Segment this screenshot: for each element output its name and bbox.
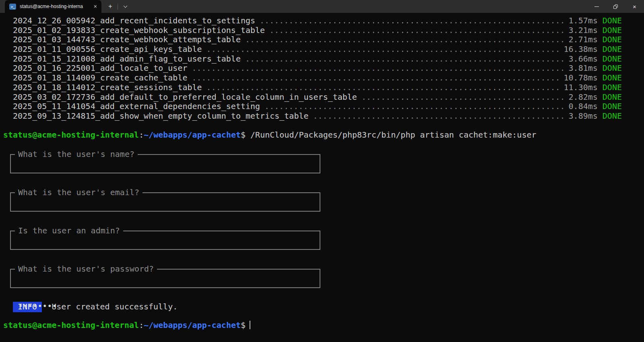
migration-row: 2025_01_18_114012_create_sessions_table.… (3, 83, 644, 93)
migration-time: 2.82ms (569, 93, 598, 102)
powershell-icon: >_ (9, 4, 16, 10)
migration-name: 2025_01_02_193833_create_webhook_subscri… (13, 26, 265, 35)
migration-time: 3.81ms (569, 64, 598, 73)
migration-time: 3.89ms (569, 111, 598, 121)
admin-question-label: Is the user an admin? (15, 226, 123, 236)
minimize-icon (594, 6, 599, 7)
window-close-button[interactable]: × (625, 0, 644, 13)
window-close-icon: × (633, 4, 636, 10)
migration-row: 2025_01_03_144743_create_webhook_attempt… (3, 35, 644, 45)
terminal-tab[interactable]: >_ status@acme-hosting-interna × (5, 0, 101, 13)
command-line: status@acme-hosting-internal:~/webapps/a… (3, 130, 644, 140)
migration-status: DONE (598, 35, 622, 45)
migration-time: 1.57ms (569, 16, 598, 26)
migration-row: 2025_01_16_225001_add_locale_to_user....… (3, 64, 644, 73)
admin-question-box: Is the user an admin? Yes (10, 231, 320, 250)
leader-dots: ........................................… (192, 73, 559, 83)
email-question-box: What is the user's email? ad@ex.com (10, 192, 320, 212)
password-question-box: What is the user's password? •••••••• (10, 269, 320, 288)
migration-name: 2025_01_15_121008_add_admin_flag_to_user… (13, 54, 241, 64)
migration-status: DONE (598, 102, 622, 111)
migration-time: 3.21ms (569, 26, 598, 35)
migration-status: DONE (598, 16, 622, 26)
migration-time: 3.66ms (569, 54, 598, 64)
leader-dots: ........................................… (361, 93, 564, 102)
window-restore-button[interactable] (606, 0, 625, 13)
leader-dots: ........................................… (313, 111, 564, 121)
prompt-dollar: $ (241, 130, 246, 140)
migration-name: 2025_01_11_090556_create_api_keys_table (13, 45, 202, 54)
entered-command: /RunCloud/Packages/php83rc/bin/php artis… (250, 130, 536, 140)
password-question-label: What is the user's password? (15, 264, 157, 274)
migration-name: 2025_01_16_225001_add_locale_to_user (13, 64, 187, 73)
migration-status: DONE (598, 83, 622, 93)
name-question-label: What is the user's name? (15, 150, 138, 159)
leader-dots: ........................................… (206, 45, 559, 54)
migration-time: 0.84ms (569, 102, 598, 111)
migration-row: 2025_01_15_121008_add_admin_flag_to_user… (3, 54, 644, 64)
migration-row: 2025_01_11_090556_create_api_keys_table.… (3, 45, 644, 54)
chevron-down-icon (123, 4, 127, 8)
name-question-box: What is the user's name? acha_user (10, 154, 320, 173)
titlebar-drag-area (132, 0, 587, 13)
tab-dropdown-button[interactable] (118, 0, 132, 13)
prompt-colon: : (139, 130, 144, 140)
migration-name: 2025_01_18_114009_create_cache_table (13, 73, 187, 83)
migration-row: 2025_01_02_193833_create_webhook_subscri… (3, 26, 644, 35)
leader-dots: ........................................… (192, 64, 564, 73)
tab-title: status@acme-hosting-interna (20, 4, 88, 9)
leader-dots: ........................................… (264, 102, 564, 111)
migration-row: 2025_09_13_124815_add_show_when_empty_co… (3, 111, 644, 121)
prompt-path: ~/webapps/app-cachet (144, 130, 241, 140)
migration-row: 2024_12_26_005942_add_recent_incidents_t… (3, 16, 644, 26)
leader-dots: ........................................… (269, 26, 564, 35)
leader-dots: ........................................… (245, 54, 564, 64)
migration-row: 2025_03_02_172736_add_default_to_preferr… (3, 93, 644, 102)
migration-status: DONE (598, 93, 622, 102)
migration-status: DONE (598, 64, 622, 73)
migration-status: DONE (598, 111, 622, 121)
migration-status: DONE (598, 45, 622, 54)
migration-name: 2025_01_18_114012_create_sessions_table (13, 83, 202, 93)
tab-close-icon[interactable]: × (92, 3, 99, 10)
migration-status: DONE (598, 26, 622, 35)
migration-name: 2025_05_11_141054_add_external_dependenc… (13, 102, 260, 111)
migration-name: 2025_09_13_124815_add_show_when_empty_co… (13, 111, 309, 121)
migration-time: 2.71ms (569, 35, 598, 45)
migration-status: DONE (598, 73, 622, 83)
terminal-canvas[interactable]: 2024_12_26_005942_add_recent_incidents_t… (0, 13, 644, 342)
blank-line (3, 121, 644, 131)
leader-dots: ........................................… (206, 83, 559, 93)
migration-time: 11.30ms (564, 83, 598, 93)
email-question-label: What is the user's email? (15, 188, 142, 198)
migration-name: 2025_03_02_172736_add_default_to_preferr… (13, 93, 357, 102)
prompt-user-host: status@acme-hosting-internal (3, 130, 139, 140)
password-answer-value: •••••••• (11, 298, 320, 311)
migration-name: 2025_01_03_144743_create_webhook_attempt… (13, 35, 241, 45)
titlebar: >_ status@acme-hosting-interna × + × (0, 0, 644, 13)
window-minimize-button[interactable] (587, 0, 606, 13)
migration-row: 2025_05_11_141054_add_external_dependenc… (3, 102, 644, 111)
migration-row: 2025_01_18_114009_create_cache_table....… (3, 73, 644, 83)
leader-dots: ........................................… (260, 16, 564, 26)
migration-time: 16.38ms (564, 45, 598, 54)
leader-dots: ........................................… (245, 35, 564, 45)
migration-name: 2024_12_26_005942_add_recent_incidents_t… (13, 16, 255, 26)
migration-status: DONE (598, 54, 622, 64)
new-tab-button[interactable]: + (103, 0, 118, 13)
migration-time: 10.78ms (564, 73, 598, 83)
restore-icon (613, 4, 618, 9)
